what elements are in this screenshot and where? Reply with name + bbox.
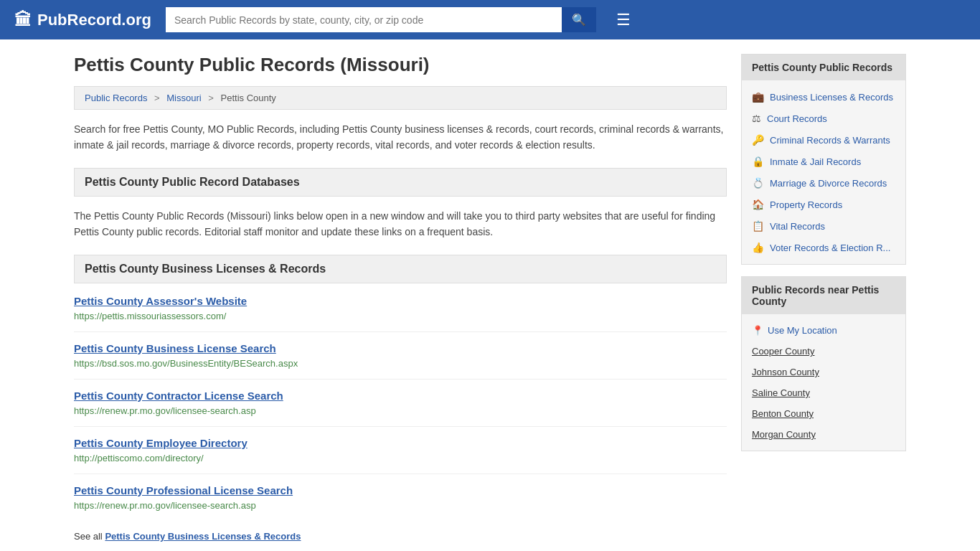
breadcrumb-sep-2: > <box>208 93 214 103</box>
search-input[interactable] <box>166 7 562 32</box>
logo-icon: 🏛 <box>14 10 32 30</box>
record-link-url-4: https://renew.pr.mo.gov/licensee-search.… <box>74 500 256 511</box>
record-link-title-1[interactable]: Pettis County Business License Search <box>74 342 727 354</box>
marriage-icon: 💍 <box>752 177 764 189</box>
record-link-title-2[interactable]: Pettis County Contractor License Search <box>74 390 727 402</box>
nearby-county-1[interactable]: Johnson County <box>742 362 905 382</box>
breadcrumb-pettis-county: Pettis County <box>221 93 276 103</box>
record-link-item: Pettis County Professional License Searc… <box>74 484 727 521</box>
page-description: Search for free Pettis County, MO Public… <box>74 121 727 154</box>
record-link-item: Pettis County Business License Search ht… <box>74 342 727 380</box>
use-location-button[interactable]: 📍 Use My Location <box>742 320 905 341</box>
nearby-county-0[interactable]: Cooper County <box>742 341 905 362</box>
search-icon: 🔍 <box>572 14 586 26</box>
record-link-item: Pettis County Contractor License Search … <box>74 390 727 427</box>
business-icon: 💼 <box>752 91 764 103</box>
search-button[interactable]: 🔍 <box>562 7 596 32</box>
location-icon: 📍 <box>752 325 763 336</box>
sidebar-public-records-title: Pettis County Public Records <box>742 55 905 80</box>
sidebar-link-voter[interactable]: 👍 Voter Records & Election R... <box>742 237 905 258</box>
page-container: Pettis County Public Records (Missouri) … <box>60 39 920 551</box>
record-link-title-3[interactable]: Pettis County Employee Directory <box>74 437 727 449</box>
property-icon: 🏠 <box>752 199 764 210</box>
menu-button[interactable]: ☰ <box>616 11 631 29</box>
section-description: The Pettis County Public Records (Missou… <box>74 208 727 240</box>
logo-text: PubRecord.org <box>37 11 151 29</box>
vital-icon: 📋 <box>752 220 764 232</box>
breadcrumb-public-records[interactable]: Public Records <box>85 93 147 103</box>
record-link-item: Pettis County Employee Directory http://… <box>74 437 727 474</box>
see-all-text: See all Pettis County Business Licenses … <box>74 531 727 542</box>
section-header-databases: Pettis County Public Record Databases <box>74 168 727 197</box>
sidebar-link-property[interactable]: 🏠 Property Records <box>742 194 905 215</box>
nearby-county-2[interactable]: Saline County <box>742 382 905 403</box>
sidebar-nearby-box: Public Records near Pettis County 📍 Use … <box>741 276 906 451</box>
main-content: Pettis County Public Records (Missouri) … <box>74 54 727 542</box>
sidebar-link-criminal[interactable]: 🔑 Criminal Records & Warrants <box>742 129 905 151</box>
page-title: Pettis County Public Records (Missouri) <box>74 54 727 76</box>
breadcrumb-sep-1: > <box>154 93 160 103</box>
hamburger-icon: ☰ <box>616 11 631 29</box>
criminal-icon: 🔑 <box>752 134 764 146</box>
sidebar-link-inmate[interactable]: 🔒 Inmate & Jail Records <box>742 151 905 172</box>
sidebar-link-label-3: Inmate & Jail Records <box>770 156 861 167</box>
see-all-link[interactable]: Pettis County Business Licenses & Record… <box>105 531 301 542</box>
sidebar-link-business[interactable]: 💼 Business Licenses & Records <box>742 86 905 108</box>
record-links-list: Pettis County Assessor's Website https:/… <box>74 295 727 521</box>
record-link-url-0: https://pettis.missouriassessors.com/ <box>74 311 226 321</box>
sidebar-link-court[interactable]: ⚖ Court Records <box>742 108 905 129</box>
record-link-url-2: https://renew.pr.mo.gov/licensee-search.… <box>74 405 256 416</box>
sidebar-link-vital[interactable]: 📋 Vital Records <box>742 215 905 237</box>
search-bar: 🔍 <box>166 7 596 32</box>
sidebar: Pettis County Public Records 💼 Business … <box>741 54 906 542</box>
record-link-title-0[interactable]: Pettis County Assessor's Website <box>74 295 727 307</box>
sidebar-link-label-4: Marriage & Divorce Records <box>770 178 887 189</box>
sidebar-nearby-title: Public Records near Pettis County <box>742 277 905 314</box>
site-logo[interactable]: 🏛 PubRecord.org <box>14 10 151 30</box>
sidebar-link-label-5: Property Records <box>770 199 842 210</box>
court-icon: ⚖ <box>752 113 761 124</box>
sidebar-link-label-7: Voter Records & Election R... <box>770 242 890 253</box>
sidebar-nearby-links: 📍 Use My Location Cooper County Johnson … <box>742 314 905 451</box>
sidebar-link-marriage[interactable]: 💍 Marriage & Divorce Records <box>742 172 905 194</box>
sidebar-link-label-2: Criminal Records & Warrants <box>770 135 890 146</box>
breadcrumb: Public Records > Missouri > Pettis Count… <box>74 86 727 110</box>
site-header: 🏛 PubRecord.org 🔍 ☰ <box>0 0 980 39</box>
record-link-url-3: http://pettiscomo.com/directory/ <box>74 453 204 463</box>
breadcrumb-missouri[interactable]: Missouri <box>166 93 201 103</box>
sidebar-link-label-0: Business Licenses & Records <box>770 92 893 103</box>
sidebar-link-label-6: Vital Records <box>770 221 825 232</box>
sidebar-link-label-1: Court Records <box>767 113 827 124</box>
voter-icon: 👍 <box>752 242 764 253</box>
record-link-url-1: https://bsd.sos.mo.gov/BusinessEntity/BE… <box>74 358 298 369</box>
use-location-label: Use My Location <box>768 325 837 336</box>
record-link-item: Pettis County Assessor's Website https:/… <box>74 295 727 332</box>
nearby-county-3[interactable]: Benton County <box>742 403 905 424</box>
sidebar-public-records-box: Pettis County Public Records 💼 Business … <box>741 54 906 265</box>
nearby-county-4[interactable]: Morgan County <box>742 424 905 445</box>
section-header-business: Pettis County Business Licenses & Record… <box>74 255 727 283</box>
sidebar-links-list: 💼 Business Licenses & Records ⚖ Court Re… <box>742 80 905 264</box>
record-link-title-4[interactable]: Pettis County Professional License Searc… <box>74 484 727 496</box>
inmate-icon: 🔒 <box>752 156 764 167</box>
